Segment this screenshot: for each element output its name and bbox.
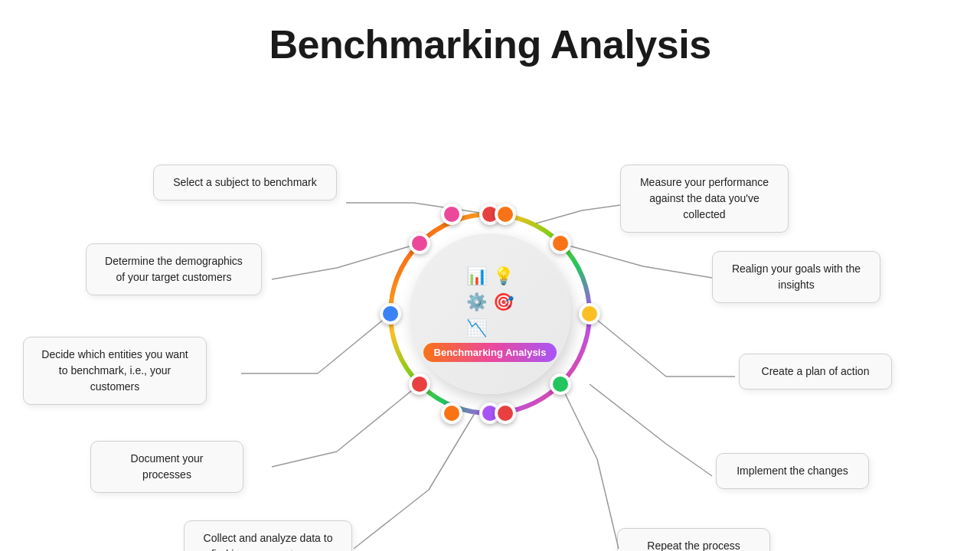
node-4 [550, 373, 571, 395]
node-11 [441, 204, 462, 225]
svg-line-8 [272, 452, 337, 467]
svg-line-13 [590, 384, 666, 444]
node-3 [579, 303, 600, 324]
target-icon: 🎯 [493, 292, 514, 312]
label-determine-demographics: Determine the demographics of your targe… [86, 243, 262, 295]
svg-line-17 [560, 243, 643, 266]
svg-line-19 [536, 210, 582, 223]
node-6 [409, 373, 430, 395]
node-7 [380, 303, 401, 324]
bulb-icon: 💡 [493, 266, 514, 286]
svg-line-18 [643, 266, 712, 278]
svg-line-3 [337, 243, 420, 268]
svg-line-9 [429, 413, 475, 490]
gear-icon: ⚙️ [466, 292, 487, 312]
label-create-plan: Create a plan of action [739, 354, 892, 390]
center-icons: 📊 💡 ⚙️ 🎯 📉 [466, 266, 514, 338]
node-8 [409, 233, 430, 254]
svg-line-11 [560, 384, 597, 459]
chart-icon: 📊 [466, 266, 487, 286]
label-repeat-process: Repeat the process [617, 528, 770, 551]
node-9 [441, 403, 462, 424]
page-title: Benchmarking Analysis [0, 0, 980, 67]
bar-icon: 📉 [466, 318, 487, 338]
center-circle: 📊 💡 ⚙️ 🎯 📉 Benchmarking Analysis [410, 233, 570, 394]
label-implement-changes: Implement the changes [716, 453, 869, 489]
diagram-area: 📊 💡 ⚙️ 🎯 📉 Benchmarking Analysis Select … [0, 77, 980, 551]
label-realign-goals: Realign your goals with the insights [712, 251, 880, 303]
label-document-processes: Document your processes [90, 441, 243, 493]
svg-line-14 [666, 444, 712, 476]
svg-line-12 [597, 459, 619, 549]
node-2 [550, 233, 571, 254]
node-12 [495, 204, 516, 225]
label-decide-entities: Decide which entities you want to benchm… [23, 337, 207, 405]
svg-line-10 [354, 490, 429, 549]
svg-line-15 [590, 314, 666, 377]
svg-line-20 [582, 205, 620, 210]
center-label: Benchmarking Analysis [423, 343, 557, 362]
label-select-subject: Select a subject to benchmark [153, 165, 337, 201]
node-10 [495, 403, 516, 424]
svg-line-5 [318, 314, 390, 373]
label-collect-data: Collect and analyze data to find improve… [184, 520, 352, 551]
svg-line-7 [337, 384, 420, 452]
label-measure-performance: Measure your performance against the dat… [620, 165, 789, 233]
svg-line-4 [272, 268, 337, 279]
